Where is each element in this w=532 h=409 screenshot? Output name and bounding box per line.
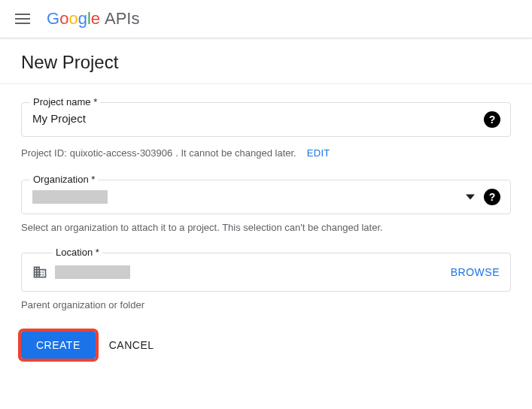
- help-icon[interactable]: ?: [484, 189, 500, 205]
- organization-label: Organization *: [30, 174, 98, 185]
- form-content: Project name * My Project ? Project ID: …: [0, 84, 532, 377]
- help-icon[interactable]: ?: [484, 111, 500, 128]
- header: Google APIs: [0, 0, 532, 38]
- location-input[interactable]: BROWSE: [21, 253, 511, 292]
- browse-button[interactable]: BROWSE: [451, 266, 500, 278]
- hamburger-menu-icon[interactable]: [15, 10, 33, 28]
- organization-value-redacted: [32, 190, 108, 204]
- building-icon: [32, 265, 47, 280]
- location-label: Location *: [53, 247, 102, 258]
- chevron-down-icon: [466, 195, 475, 200]
- organization-help-text: Select an organization to attach it to a…: [21, 222, 511, 233]
- location-group: Location * BROWSE: [21, 253, 511, 292]
- project-name-group: Project name * My Project ?: [21, 102, 511, 137]
- page-title: New Project: [0, 38, 532, 84]
- create-button[interactable]: CREATE: [21, 332, 96, 359]
- location-value-redacted: [55, 265, 130, 279]
- project-name-label: Project name *: [30, 96, 100, 108]
- google-apis-logo[interactable]: Google APIs: [47, 9, 139, 29]
- project-id-prefix: Project ID:: [21, 147, 67, 159]
- project-id-suffix: . It cannot be changed later.: [175, 147, 296, 159]
- location-help-text: Parent organization or folder: [21, 299, 511, 311]
- edit-project-id-link[interactable]: EDIT: [307, 147, 330, 159]
- project-id-value: quixotic-access-303906: [70, 147, 173, 159]
- project-id-row: Project ID: quixotic-access-303906 . It …: [21, 147, 511, 159]
- button-row: CREATE CANCEL: [21, 332, 511, 359]
- apis-text: APIs: [105, 9, 139, 29]
- organization-group: Organization * ?: [21, 180, 511, 214]
- cancel-button[interactable]: CANCEL: [109, 339, 154, 351]
